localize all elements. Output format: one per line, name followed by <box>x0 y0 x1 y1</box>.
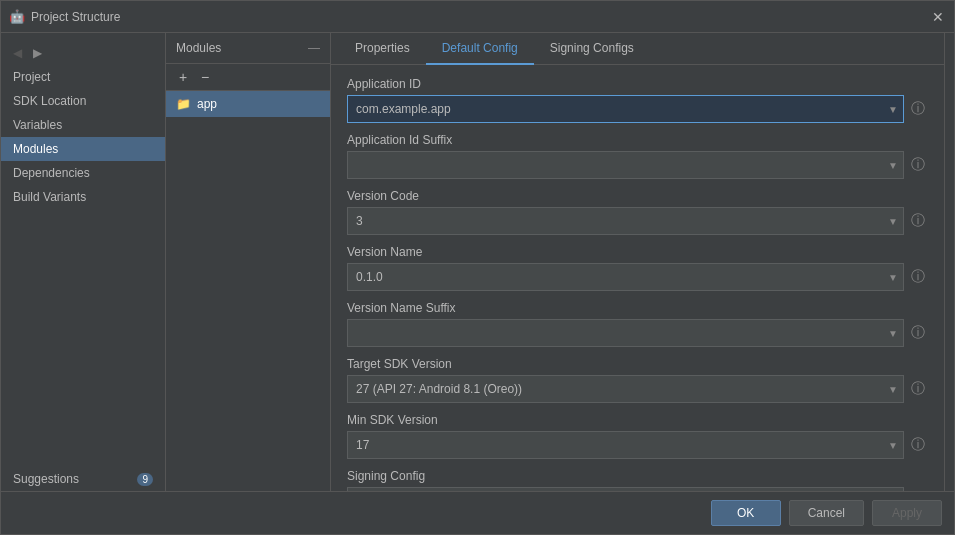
sidebar-item-suggestions[interactable]: Suggestions 9 <box>1 467 165 491</box>
version-name-select[interactable]: 0.1.0 <box>347 263 904 291</box>
sidebar-item-modules[interactable]: Modules <box>1 137 165 161</box>
cancel-button[interactable]: Cancel <box>789 500 864 526</box>
modules-panel: Modules — + − 📁 app <box>166 33 331 491</box>
field-min-sdk-version: Min SDK Version 17 ▼ ⓘ <box>347 413 928 459</box>
min-sdk-version-info-button[interactable]: ⓘ <box>908 435 928 455</box>
field-target-sdk-version-label: Target SDK Version <box>347 357 928 371</box>
min-sdk-version-select[interactable]: 17 <box>347 431 904 459</box>
version-name-info-button[interactable]: ⓘ <box>908 267 928 287</box>
field-version-name-suffix: Version Name Suffix ▼ ⓘ <box>347 301 928 347</box>
field-version-name-label: Version Name <box>347 245 928 259</box>
field-application-id-label: Application ID <box>347 77 928 91</box>
field-signing-config: Signing Config ▼ ⓘ <box>347 469 928 491</box>
modules-collapse-button[interactable]: — <box>308 41 320 55</box>
sidebar-item-variables[interactable]: Variables <box>1 113 165 137</box>
field-signing-config-label: Signing Config <box>347 469 928 483</box>
field-min-sdk-version-label: Min SDK Version <box>347 413 928 427</box>
field-application-id-suffix-label: Application Id Suffix <box>347 133 928 147</box>
application-id-suffix-select[interactable] <box>347 151 904 179</box>
module-item-label: app <box>197 97 217 111</box>
version-code-select[interactable]: 3 <box>347 207 904 235</box>
remove-module-button[interactable]: − <box>196 68 214 86</box>
module-folder-icon: 📁 <box>176 97 191 111</box>
sidebar-item-dependencies[interactable]: Dependencies <box>1 161 165 185</box>
modules-header-label: Modules <box>176 41 221 55</box>
field-version-code: Version Code 3 ▼ ⓘ <box>347 189 928 235</box>
field-version-name-suffix-label: Version Name Suffix <box>347 301 928 315</box>
field-target-sdk-version: Target SDK Version 27 (API 27: Android 8… <box>347 357 928 403</box>
scrollbar[interactable] <box>944 33 954 491</box>
form-area: Application ID com.example.app ▼ ⓘ Appli… <box>331 65 944 491</box>
dialog-title: Project Structure <box>31 10 930 24</box>
add-module-button[interactable]: + <box>174 68 192 86</box>
module-item-app[interactable]: 📁 app <box>166 91 330 117</box>
sidebar-item-project[interactable]: Project <box>1 65 165 89</box>
application-id-info-button[interactable]: ⓘ <box>908 99 928 119</box>
modules-toolbar: + − <box>166 64 330 91</box>
main-content: Properties Default Config Signing Config… <box>331 33 944 491</box>
field-application-id: Application ID com.example.app ▼ ⓘ <box>347 77 928 123</box>
apply-button[interactable]: Apply <box>872 500 942 526</box>
version-name-suffix-select[interactable] <box>347 319 904 347</box>
suggestions-badge: 9 <box>137 473 153 486</box>
android-icon: 🤖 <box>9 9 25 25</box>
application-id-select[interactable]: com.example.app <box>347 95 904 123</box>
dialog-body: ◀ ▶ Project SDK Location Variables Modul… <box>1 33 954 491</box>
project-structure-dialog: 🤖 Project Structure ✕ ◀ ▶ Project SDK Lo… <box>0 0 955 535</box>
tab-default-config[interactable]: Default Config <box>426 33 534 65</box>
modules-header: Modules — <box>166 33 330 64</box>
sidebar-item-sdk-location[interactable]: SDK Location <box>1 89 165 113</box>
version-name-suffix-info-button[interactable]: ⓘ <box>908 323 928 343</box>
nav-forward-button[interactable]: ▶ <box>29 45 45 61</box>
ok-button[interactable]: OK <box>711 500 781 526</box>
version-code-info-button[interactable]: ⓘ <box>908 211 928 231</box>
application-id-suffix-info-button[interactable]: ⓘ <box>908 155 928 175</box>
sidebar: ◀ ▶ Project SDK Location Variables Modul… <box>1 33 166 491</box>
close-button[interactable]: ✕ <box>930 9 946 25</box>
field-application-id-suffix: Application Id Suffix ▼ ⓘ <box>347 133 928 179</box>
nav-back-button[interactable]: ◀ <box>9 45 25 61</box>
field-version-code-label: Version Code <box>347 189 928 203</box>
target-sdk-version-info-button[interactable]: ⓘ <box>908 379 928 399</box>
tab-signing-configs[interactable]: Signing Configs <box>534 33 650 65</box>
target-sdk-version-select[interactable]: 27 (API 27: Android 8.1 (Oreo)) <box>347 375 904 403</box>
tab-properties[interactable]: Properties <box>339 33 426 65</box>
dialog-footer: OK Cancel Apply <box>1 491 954 534</box>
title-bar: 🤖 Project Structure ✕ <box>1 1 954 33</box>
sidebar-item-build-variants[interactable]: Build Variants <box>1 185 165 209</box>
sidebar-nav: ◀ ▶ <box>1 41 165 65</box>
field-version-name: Version Name 0.1.0 ▼ ⓘ <box>347 245 928 291</box>
tabs-bar: Properties Default Config Signing Config… <box>331 33 944 65</box>
signing-config-select[interactable] <box>347 487 904 491</box>
